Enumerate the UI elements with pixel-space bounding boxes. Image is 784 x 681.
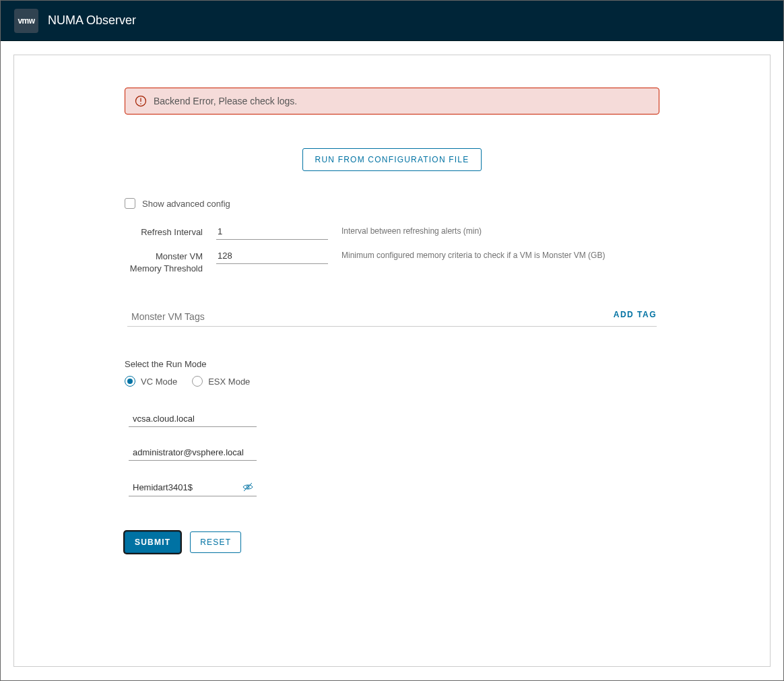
memory-threshold-input[interactable] [216, 249, 328, 264]
runmode-title: Select the Run Mode [125, 359, 659, 369]
password-field-wrap [129, 481, 257, 496]
refresh-interval-input[interactable] [216, 225, 328, 240]
advanced-config-label: Show advanced config [142, 199, 230, 209]
host-input[interactable] [133, 414, 255, 424]
runmode-radio-group: VC Mode ESX Mode [125, 376, 659, 387]
svg-line-4 [244, 483, 252, 491]
memory-threshold-label: Monster VM Memory Threshold [125, 249, 203, 275]
credentials-group [129, 414, 659, 496]
app-frame: vmw NUMA Observer Backend Error, Please … [0, 0, 784, 681]
form-actions: SUBMIT RESET [125, 531, 659, 553]
reset-button[interactable]: RESET [190, 531, 241, 553]
alert-message: Backend Error, Please check logs. [154, 96, 297, 106]
refresh-interval-row: Refresh Interval Interval between refres… [125, 225, 659, 240]
alert-icon [135, 95, 147, 107]
app-title: NUMA Observer [48, 13, 136, 28]
runmode-esx-label: ESX Mode [208, 377, 250, 387]
toggle-password-visibility-button[interactable] [240, 481, 255, 493]
brand-logo: vmw [14, 9, 38, 33]
tags-section-header: Monster VM Tags ADD TAG [125, 307, 659, 326]
app-header: vmw NUMA Observer [1, 1, 783, 41]
memory-threshold-hint: Minimum configured memory criteria to ch… [341, 249, 605, 260]
eye-off-icon [242, 481, 254, 493]
refresh-interval-hint: Interval between refreshing alerts (min) [341, 225, 482, 236]
submit-button[interactable]: SUBMIT [125, 531, 181, 553]
advanced-config-checkbox[interactable] [125, 198, 135, 209]
host-field-wrap [129, 414, 257, 427]
username-input[interactable] [133, 447, 255, 457]
svg-point-2 [140, 103, 141, 104]
runmode-vc-radio[interactable]: VC Mode [125, 376, 177, 387]
runmode-esx-radio[interactable]: ESX Mode [192, 376, 250, 387]
memory-threshold-row: Monster VM Memory Threshold Minimum conf… [125, 249, 659, 275]
advanced-config-row: Show advanced config [125, 198, 659, 209]
refresh-interval-label: Refresh Interval [125, 225, 203, 238]
run-config-button[interactable]: RUN FROM CONFIGURATION FILE [302, 148, 482, 171]
radio-selected-icon [125, 376, 135, 387]
main-outer: Backend Error, Please check logs. RUN FR… [1, 41, 783, 680]
add-tag-button[interactable]: ADD TAG [614, 307, 657, 322]
runmode-vc-label: VC Mode [141, 377, 177, 387]
tags-section-title: Monster VM Tags [131, 311, 205, 322]
tags-divider [127, 326, 657, 327]
error-alert: Backend Error, Please check logs. [125, 88, 659, 115]
run-config-row: RUN FROM CONFIGURATION FILE [125, 148, 659, 171]
username-field-wrap [129, 447, 257, 461]
password-input[interactable] [133, 482, 240, 492]
config-card: Backend Error, Please check logs. RUN FR… [13, 55, 771, 667]
radio-unselected-icon [192, 376, 203, 387]
